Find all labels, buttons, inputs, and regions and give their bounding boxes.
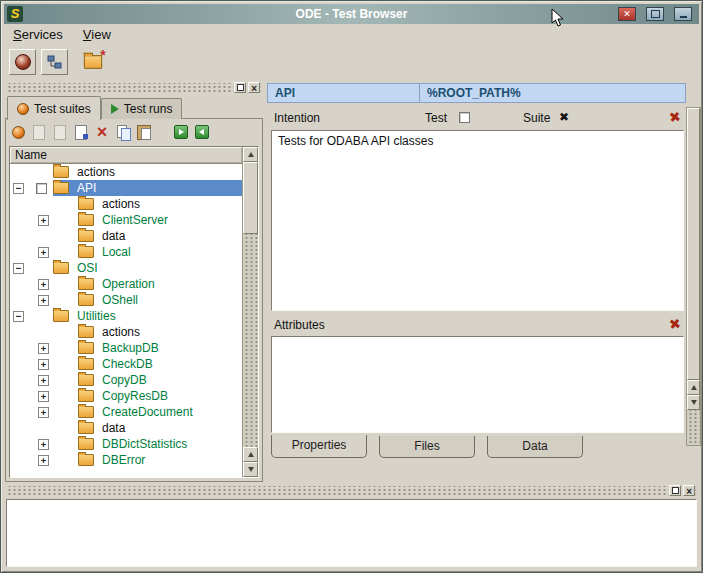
tree-row[interactable]: actions — [10, 164, 242, 180]
tree-row[interactable]: actions — [10, 324, 242, 340]
copy-icon[interactable] — [115, 124, 131, 140]
test-browser-button[interactable] — [9, 49, 36, 75]
expand-icon[interactable]: + — [38, 215, 49, 226]
tree-row[interactable]: +CopyDB — [10, 372, 242, 388]
import-icon[interactable] — [173, 124, 189, 140]
tree-row[interactable]: −OSI — [10, 260, 242, 276]
collapse-icon[interactable]: − — [13, 183, 24, 194]
tree-row[interactable]: −API — [10, 180, 242, 196]
tree-row[interactable]: −Utilities — [10, 308, 242, 324]
window-controls: ✕ — [618, 7, 696, 21]
menu-view[interactable]: View — [83, 27, 111, 42]
collapse-icon[interactable]: − — [13, 263, 24, 274]
tree-row[interactable]: +Local — [10, 244, 242, 260]
suite-checkbox[interactable]: ✖ — [559, 110, 569, 124]
expand-icon[interactable]: + — [38, 247, 49, 258]
suite-checkbox[interactable] — [36, 183, 47, 194]
new-item-icon[interactable] — [10, 124, 26, 140]
expand-icon[interactable]: + — [38, 407, 49, 418]
titlebar[interactable]: S ODE - Test Browser ✕ — [4, 4, 699, 24]
edit-doc-icon[interactable] — [73, 124, 89, 140]
scroll-down-button[interactable] — [243, 462, 258, 477]
intention-remove-icon[interactable]: ✖ — [668, 108, 682, 125]
collapse-icon[interactable]: − — [13, 311, 24, 322]
tree-item-label: OShell — [99, 293, 141, 307]
checkbox-spacer — [61, 220, 72, 221]
maximize-button[interactable] — [646, 7, 664, 21]
scrollbar-thumb[interactable] — [687, 108, 700, 380]
panel-vertical-scrollbar[interactable] — [686, 107, 701, 446]
tab-properties[interactable]: Properties — [271, 435, 367, 458]
expand-icon[interactable]: + — [38, 295, 49, 306]
attributes-textarea[interactable] — [271, 336, 684, 433]
tree-row[interactable]: actions — [10, 196, 242, 212]
scrollbar-thumb[interactable] — [243, 162, 258, 234]
scrollbar-track[interactable] — [243, 234, 258, 447]
tree-item-label: OSI — [74, 261, 101, 275]
expand-icon[interactable]: + — [38, 359, 49, 370]
tree-row[interactable]: +CheckDB — [10, 356, 242, 372]
new-folder-icon — [83, 55, 101, 69]
checkbox-spacer — [61, 444, 72, 445]
tree-row[interactable]: +DBError — [10, 452, 242, 468]
scrollbar-track[interactable] — [687, 410, 700, 445]
expand-icon[interactable]: + — [38, 439, 49, 450]
folder-icon — [78, 214, 94, 226]
tree-item-label: CopyResDB — [99, 389, 171, 403]
tree-column-header[interactable]: Name — [10, 147, 242, 164]
float-panel-button[interactable] — [234, 82, 246, 93]
scroll-up-button[interactable] — [243, 147, 258, 162]
tab-data[interactable]: Data — [487, 436, 583, 458]
new-doc-icon[interactable] — [31, 124, 47, 140]
scroll-up-button[interactable] — [687, 380, 700, 395]
expand-icon[interactable]: + — [38, 455, 49, 466]
tree-row[interactable]: +CopyResDB — [10, 388, 242, 404]
tree-rows: actions−APIactions+ClientServerdata+Loca… — [10, 164, 242, 477]
checkbox-spacer — [61, 252, 72, 253]
tab-test-suites[interactable]: Test suites — [7, 96, 101, 120]
hierarchy-view-button[interactable] — [41, 49, 68, 75]
paste-icon[interactable] — [136, 124, 152, 140]
menu-services[interactable]: Services — [13, 27, 63, 42]
close-panel-button[interactable] — [248, 82, 260, 93]
checkbox-spacer — [61, 332, 72, 333]
folder-icon — [78, 230, 94, 242]
tree-row[interactable]: data — [10, 420, 242, 436]
delete-icon[interactable] — [94, 124, 110, 140]
tab-files[interactable]: Files — [379, 436, 475, 458]
scroll-up-button-2[interactable] — [243, 447, 258, 462]
tree-row[interactable]: data — [10, 228, 242, 244]
intention-textarea[interactable]: Tests for ODABA API classes — [271, 130, 684, 311]
minimize-icon — [680, 16, 687, 18]
minimize-button[interactable] — [674, 7, 692, 21]
open-doc-icon[interactable] — [52, 124, 68, 140]
properties-panel: API %ROOT_PATH% Intention Test Suite ✖ ✖… — [267, 83, 701, 484]
dock-drag-handle[interactable] — [6, 486, 697, 497]
new-folder-button[interactable] — [79, 49, 106, 75]
expand-icon[interactable]: + — [38, 391, 49, 402]
scroll-down-button[interactable] — [687, 395, 700, 410]
export-icon[interactable] — [194, 124, 210, 140]
close-button[interactable]: ✕ — [618, 7, 636, 21]
tree-row[interactable]: +ClientServer — [10, 212, 242, 228]
tree-row[interactable]: +BackupDB — [10, 340, 242, 356]
output-textarea[interactable] — [6, 499, 697, 567]
test-checkbox[interactable] — [459, 112, 470, 123]
tree-row[interactable]: +DBDictStatistics — [10, 436, 242, 452]
app-icon[interactable]: S — [7, 6, 23, 22]
close-panel-button[interactable] — [683, 485, 695, 496]
float-panel-button[interactable] — [669, 485, 681, 496]
expand-icon[interactable]: + — [38, 343, 49, 354]
attributes-remove-icon[interactable]: ✖ — [668, 315, 682, 332]
tree-row[interactable]: +OShell — [10, 292, 242, 308]
folder-icon — [78, 294, 94, 306]
suite-header-bar: API %ROOT_PATH% — [267, 83, 686, 103]
checkbox-spacer — [61, 300, 72, 301]
dock-drag-handle[interactable] — [6, 83, 262, 94]
tree-row[interactable]: +CreateDocument — [10, 404, 242, 420]
tab-test-runs[interactable]: Test runs — [101, 98, 183, 119]
tree-row[interactable]: +Operation — [10, 276, 242, 292]
expand-icon[interactable]: + — [38, 279, 49, 290]
tree-vertical-scrollbar[interactable] — [242, 147, 258, 477]
expand-icon[interactable]: + — [38, 375, 49, 386]
